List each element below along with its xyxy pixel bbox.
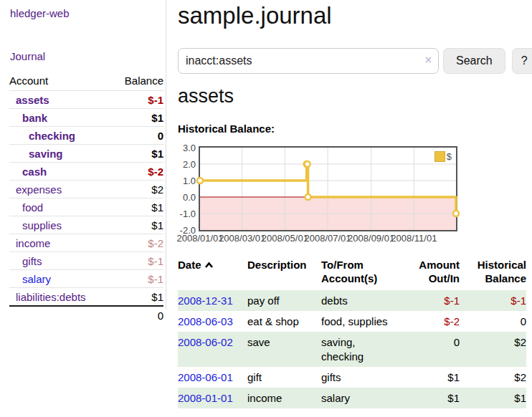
account-balance: $-1 bbox=[111, 270, 163, 288]
y-axis-tick: 0.0 bbox=[176, 193, 196, 202]
account-balance: $2 bbox=[111, 181, 163, 198]
page-title: sample.journal bbox=[178, 2, 532, 29]
register-balance: $1 bbox=[460, 388, 526, 408]
chart-plot-area[interactable]: $3.02.01.00.0-1.0-2.02008/01/012008/03/0… bbox=[199, 146, 457, 231]
historical-balance-chart[interactable]: $3.02.01.00.0-1.0-2.02008/01/012008/03/0… bbox=[178, 141, 532, 243]
register-balance: 0 bbox=[460, 311, 526, 332]
chart-svg bbox=[200, 148, 456, 230]
register-row: 2008-12-31pay offdebts$-1$-1 bbox=[178, 290, 526, 311]
x-axis-tick: 2008/03/01 bbox=[219, 233, 265, 244]
register-description: save bbox=[247, 332, 321, 367]
sidebar-account-cash[interactable]: cash bbox=[22, 166, 47, 178]
sidebar-account-assets[interactable]: assets bbox=[16, 94, 49, 106]
accounts-table: Account Balance assets$-1bank$1checking0… bbox=[9, 74, 163, 324]
register-date-link[interactable]: 2008-01-01 bbox=[178, 392, 233, 404]
register-amount: $-2 bbox=[404, 311, 460, 332]
register-balance: $2 bbox=[460, 332, 526, 367]
data-point-marker[interactable] bbox=[305, 194, 311, 200]
register-row: 2008-06-02savesaving, checking0$2 bbox=[178, 332, 526, 367]
register-col-amount[interactable]: Amount Out/In bbox=[404, 255, 460, 290]
account-row: liabilities:debts$1 bbox=[9, 288, 163, 307]
register-date-link[interactable]: 2008-06-03 bbox=[178, 315, 233, 327]
main-content: sample.journal × Search ? assets Histori… bbox=[178, 0, 532, 408]
x-axis-tick: 2008/11/01 bbox=[391, 233, 437, 244]
sidebar-account-checking[interactable]: checking bbox=[29, 130, 75, 142]
register-accounts: debts bbox=[321, 290, 404, 311]
register-col-description[interactable]: Description bbox=[247, 255, 321, 290]
register-col-date[interactable]: Date bbox=[178, 255, 247, 290]
register-date-link[interactable]: 2008-06-02 bbox=[178, 336, 233, 348]
data-point-marker[interactable] bbox=[453, 211, 459, 216]
register-description: income bbox=[247, 388, 321, 408]
legend-swatch-icon bbox=[434, 151, 445, 162]
account-balance: $1 bbox=[111, 288, 163, 307]
sidebar-account-saving[interactable]: saving bbox=[29, 148, 63, 160]
x-axis-tick: 2008/07/01 bbox=[304, 233, 351, 244]
sidebar-account-bank[interactable]: bank bbox=[22, 112, 47, 124]
clear-search-icon[interactable]: × bbox=[425, 54, 432, 67]
register-balance: $-1 bbox=[460, 290, 526, 311]
accounts-col-account: Account bbox=[9, 74, 111, 91]
sidebar-account-expenses[interactable]: expenses bbox=[16, 183, 62, 196]
x-axis-tick: 2008/05/01 bbox=[262, 233, 308, 244]
register-accounts: gifts bbox=[321, 367, 404, 388]
account-row: supplies$1 bbox=[9, 216, 163, 234]
app-brand-link[interactable]: hledger-web bbox=[10, 7, 166, 19]
legend-label: $ bbox=[447, 151, 452, 162]
help-button[interactable]: ? bbox=[512, 48, 532, 74]
account-row: salary$-1 bbox=[9, 270, 163, 288]
y-axis-tick: 3.0 bbox=[176, 143, 196, 153]
register-col-accounts[interactable]: To/From Account(s) bbox=[321, 255, 404, 290]
account-row: saving$1 bbox=[9, 145, 163, 163]
register-row: 2008-06-01giftgifts$1$2 bbox=[178, 367, 526, 388]
accounts-col-balance: Balance bbox=[111, 74, 163, 91]
register-row: 2008-01-01incomesalary$1$1 bbox=[178, 388, 526, 408]
register-date-link[interactable]: 2008-06-01 bbox=[178, 371, 233, 383]
data-point-marker[interactable] bbox=[305, 161, 310, 167]
sidebar-account-liabilities-debts[interactable]: liabilities:debts bbox=[16, 291, 86, 303]
data-point-marker[interactable] bbox=[197, 178, 203, 183]
register-accounts: salary bbox=[321, 388, 404, 408]
register-amount: $1 bbox=[404, 367, 460, 388]
x-axis-tick: 2008/01/01 bbox=[176, 233, 223, 244]
register-amount: $1 bbox=[404, 388, 460, 408]
register-table: Date Description To/From Account(s) Amou… bbox=[178, 255, 526, 408]
register-col-balance[interactable]: Historical Balance bbox=[460, 255, 526, 290]
account-balance: $-2 bbox=[111, 163, 163, 181]
register-description: eat & shop bbox=[247, 311, 321, 332]
accounts-total-balance: 0 bbox=[111, 306, 163, 324]
nav-journal-link[interactable]: Journal bbox=[10, 50, 166, 62]
account-row: assets$-1 bbox=[9, 91, 163, 109]
account-heading: assets bbox=[178, 85, 532, 107]
search-input[interactable] bbox=[178, 48, 439, 74]
register-row: 2008-06-03eat & shopfood, supplies$-20 bbox=[178, 311, 526, 332]
sidebar-account-food[interactable]: food bbox=[22, 201, 43, 214]
account-row: income$-2 bbox=[9, 234, 163, 252]
chart-title: Historical Balance: bbox=[178, 123, 532, 135]
account-balance: $1 bbox=[111, 145, 163, 163]
account-balance: $1 bbox=[111, 198, 163, 216]
y-axis-tick: 2.0 bbox=[176, 160, 196, 169]
account-row: food$1 bbox=[9, 198, 163, 216]
sidebar: hledger-web Journal Account Balance asse… bbox=[0, 0, 166, 310]
search-button[interactable]: Search bbox=[443, 48, 505, 74]
accounts-total-row: 0 bbox=[9, 306, 163, 324]
chart-legend: $ bbox=[434, 151, 452, 162]
register-amount: $-1 bbox=[404, 290, 460, 311]
register-date-link[interactable]: 2008-12-31 bbox=[178, 294, 233, 307]
sidebar-account-income[interactable]: income bbox=[16, 237, 50, 249]
account-row: checking0 bbox=[9, 127, 163, 145]
sidebar-account-gifts[interactable]: gifts bbox=[22, 255, 42, 267]
account-balance: 0 bbox=[111, 127, 163, 145]
account-balance: $1 bbox=[111, 109, 163, 127]
account-row: bank$1 bbox=[9, 109, 163, 127]
account-row: cash$-2 bbox=[9, 163, 163, 181]
register-amount: 0 bbox=[404, 332, 460, 367]
account-balance: $-1 bbox=[111, 252, 163, 270]
account-row: expenses$2 bbox=[9, 181, 163, 198]
account-balance: $-2 bbox=[111, 234, 163, 252]
sidebar-account-supplies[interactable]: supplies bbox=[22, 219, 62, 231]
y-axis-tick: -1.0 bbox=[176, 209, 196, 219]
register-accounts: food, supplies bbox=[321, 311, 404, 332]
sidebar-account-salary[interactable]: salary bbox=[22, 273, 51, 285]
